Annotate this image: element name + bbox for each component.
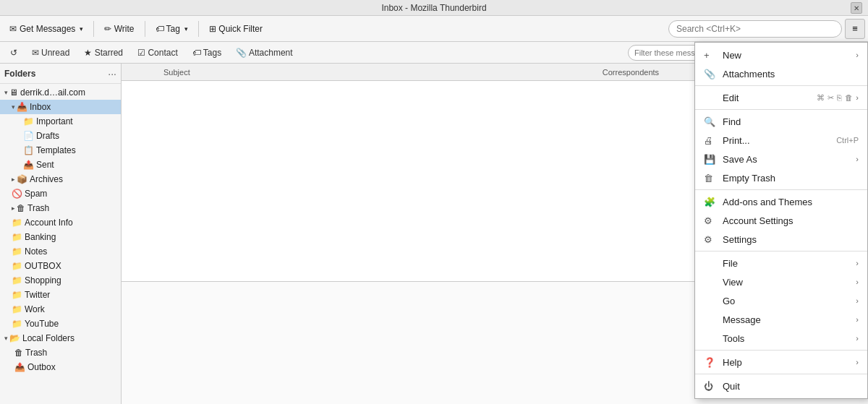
toolbar-separator-3 (198, 21, 199, 37)
menu-item-attachments[interactable]: 📎 Attachments (695, 64, 867, 83)
contact-filter-button[interactable]: ☑ Contact (132, 44, 184, 61)
spam-icon: 🚫 (12, 189, 22, 199)
menu-item-help[interactable]: ❓ Help › (695, 353, 867, 371)
tag-button[interactable]: 🏷 Tag ▾ (149, 19, 195, 39)
tag-arrow-icon: ▾ (184, 25, 188, 33)
sidebar-item-youtube[interactable]: 📁 YouTube (0, 317, 121, 331)
sidebar-options-button[interactable]: ··· (108, 68, 116, 79)
sidebar-item-trash[interactable]: ▸ 🗑 Trash (0, 201, 121, 215)
menu-item-quit[interactable]: ⏻ Quit (695, 377, 867, 395)
menu-separator-5 (695, 350, 867, 351)
tags-filter-button[interactable]: 🏷 Tags (187, 44, 227, 61)
outbox-label: OUTBOX (25, 261, 61, 271)
edit-shortcut: ⌘✂⎘🗑 (817, 93, 853, 103)
account-item[interactable]: ▾ 🖥 derrik.d…ail.com (0, 85, 121, 100)
account-icon: 🖥 (9, 87, 18, 98)
title-bar: Inbox - Mozilla Thunderbird ✕ (0, 0, 868, 16)
menu-save-as-label: Save As (723, 154, 757, 165)
menu-item-file[interactable]: File › (695, 254, 867, 272)
close-button[interactable]: ✕ (851, 2, 862, 14)
sidebar-item-local-trash[interactable]: 🗑 Trash (0, 345, 121, 360)
empty-trash-icon: 🗑 (704, 173, 718, 184)
back-icon: ↺ (10, 48, 17, 58)
filter-back-button[interactable]: ↺ (4, 44, 23, 61)
local-folders-icon: 📂 (9, 333, 20, 343)
col-subject-header[interactable]: Subject (161, 68, 556, 77)
window-title: Inbox - Mozilla Thunderbird (381, 3, 486, 13)
inbox-icon: 📥 (17, 102, 27, 112)
print-icon: 🖨 (704, 135, 718, 146)
sidebar-item-outbox[interactable]: 📁 OUTBOX (0, 259, 121, 273)
account-settings-icon: ⚙ (704, 215, 718, 226)
sidebar-header: Folders ··· (0, 64, 121, 84)
sidebar-item-templates[interactable]: 📋 Templates (0, 143, 121, 158)
message-arrow-icon: › (856, 315, 859, 324)
menu-item-tools[interactable]: Tools › (695, 329, 867, 348)
menu-item-settings[interactable]: ⚙ Settings (695, 230, 867, 249)
quick-filter-button[interactable]: ⊞ Quick Filter (203, 19, 269, 39)
banking-label: Banking (25, 232, 56, 242)
print-shortcut: Ctrl+P (836, 136, 859, 145)
unread-icon: ✉ (32, 48, 39, 58)
sidebar-item-work[interactable]: 📁 Work (0, 302, 121, 317)
help-arrow-icon: › (856, 358, 859, 366)
menu-separator-6 (695, 374, 867, 374)
banking-icon: 📁 (12, 232, 22, 242)
sidebar-item-shopping[interactable]: 📁 Shopping (0, 273, 121, 288)
local-folders-label: Local Folders (22, 333, 75, 343)
menu-item-edit[interactable]: Edit ⌘✂⎘🗑 › (695, 88, 867, 107)
write-button[interactable]: ✏ Write (98, 19, 140, 39)
app-menu-button[interactable]: ≡ (845, 19, 865, 39)
shopping-icon: 📁 (12, 275, 22, 285)
sidebar-item-spam[interactable]: 🚫 Spam (0, 186, 121, 201)
sidebar-item-inbox[interactable]: ▾ 📥 Inbox (0, 100, 121, 114)
sidebar-item-account-info[interactable]: 📁 Account Info (0, 215, 121, 230)
unread-filter-button[interactable]: ✉ Unread (26, 44, 75, 61)
menu-go-label: Go (723, 296, 735, 306)
sidebar-item-drafts[interactable]: 📄 Drafts (0, 129, 121, 143)
menu-item-empty-trash[interactable]: 🗑 Empty Trash (695, 168, 867, 187)
menu-item-new[interactable]: + New › (695, 46, 867, 64)
archives-expand-icon: ▸ (12, 176, 15, 183)
local-outbox-label: Outbox (27, 362, 56, 372)
sidebar-item-notes[interactable]: 📁 Notes (0, 244, 121, 259)
sidebar-item-local-folders[interactable]: ▾ 📂 Local Folders (0, 331, 121, 345)
trash-expand-icon: ▸ (12, 205, 15, 212)
menu-item-message[interactable]: Message › (695, 310, 867, 329)
sidebar-item-important[interactable]: 📁 Important (0, 114, 121, 129)
local-outbox-icon: 📤 (14, 362, 25, 372)
archives-label: Archives (30, 174, 63, 184)
menu-item-print[interactable]: 🖨 Print... Ctrl+P (695, 131, 867, 150)
menu-item-save-as[interactable]: 💾 Save As › (695, 150, 867, 168)
account-info-label: Account Info (25, 218, 73, 228)
folder-list: ▾ 🖥 derrik.d…ail.com ▾ 📥 Inbox 📁 Importa… (0, 84, 121, 376)
main-content: Folders ··· ▾ 🖥 derrik.d…ail.com ▾ 📥 Inb… (0, 64, 868, 404)
inbox-expand-icon: ▾ (12, 103, 15, 111)
attachment-filter-button[interactable]: 📎 Attachment (230, 44, 298, 61)
get-messages-arrow-icon: ▾ (80, 25, 83, 33)
tools-arrow-icon: › (856, 334, 859, 343)
menu-item-account-settings[interactable]: ⚙ Account Settings (695, 211, 867, 230)
archives-icon: 📦 (17, 174, 27, 184)
menu-item-addons[interactable]: 🧩 Add-ons and Themes (695, 192, 867, 211)
get-messages-button[interactable]: ✉ Get Messages ▾ (3, 19, 90, 39)
menu-item-find[interactable]: 🔍 Find (695, 112, 867, 131)
toolbar-separator-2 (145, 21, 145, 37)
sidebar-item-twitter[interactable]: 📁 Twitter (0, 288, 121, 302)
menu-print-label: Print... (723, 135, 750, 146)
hamburger-icon: ≡ (852, 23, 858, 34)
menu-file-label: File (723, 258, 738, 269)
notes-label: Notes (25, 246, 47, 257)
menu-item-view[interactable]: View › (695, 272, 867, 291)
starred-filter-button[interactable]: ★ Starred (78, 44, 129, 61)
important-icon: 📁 (23, 116, 34, 126)
important-label: Important (36, 116, 73, 126)
sidebar-item-local-outbox[interactable]: 📤 Outbox (0, 360, 121, 374)
sidebar-item-archives[interactable]: ▸ 📦 Archives (0, 172, 121, 186)
quit-icon: ⏻ (704, 381, 718, 392)
search-input[interactable] (668, 20, 842, 38)
menu-settings-label: Settings (723, 234, 757, 245)
menu-item-go[interactable]: Go › (695, 291, 867, 310)
sidebar-item-banking[interactable]: 📁 Banking (0, 230, 121, 244)
sidebar-item-sent[interactable]: 📤 Sent (0, 158, 121, 172)
